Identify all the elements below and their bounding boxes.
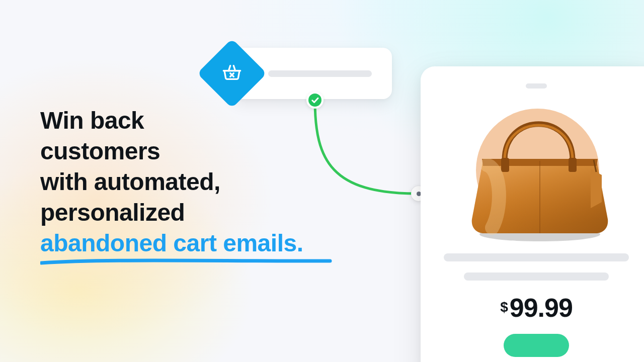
headline-line-3: with automated, (40, 168, 220, 195)
product-price: $99.99 (500, 293, 573, 323)
placeholder-bar (268, 70, 372, 77)
placeholder-line-1 (444, 253, 629, 261)
price-value: 99.99 (510, 293, 573, 322)
handbag-illustration (457, 95, 618, 245)
basket-x-icon (222, 62, 242, 84)
headline-line-2: customers (40, 138, 160, 164)
headline-line-1: Win back (40, 107, 144, 134)
underline-decoration (40, 258, 332, 266)
hero-headline: Win back customers with automated, perso… (40, 106, 303, 259)
placeholder-line-2 (464, 273, 608, 281)
card-handle (526, 83, 547, 88)
check-icon (306, 92, 324, 109)
headline-line-4: personalized (40, 199, 185, 226)
currency-symbol: $ (500, 299, 508, 315)
svg-rect-4 (569, 158, 577, 172)
product-image (451, 98, 622, 242)
headline-highlight: abandoned cart emails. (40, 228, 303, 259)
svg-rect-3 (501, 158, 509, 172)
cta-button[interactable] (504, 334, 569, 357)
product-email-preview: $99.99 (421, 66, 644, 362)
